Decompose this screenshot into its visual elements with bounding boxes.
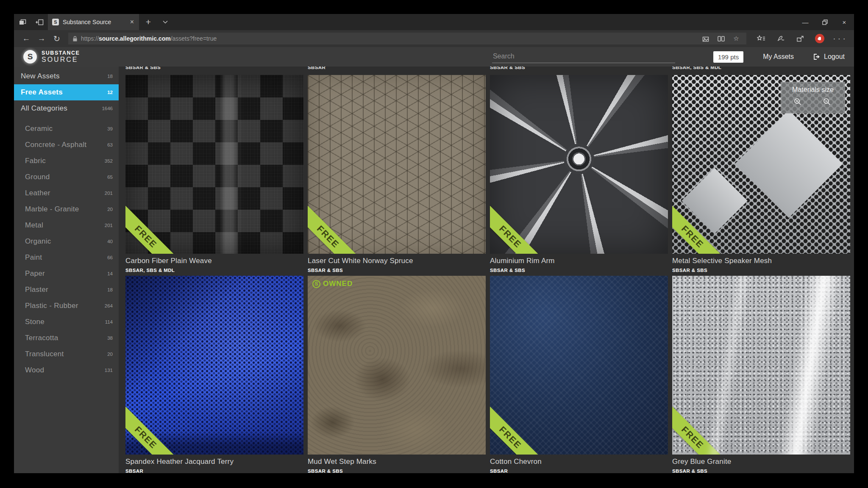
sidebar-item-terracotta[interactable]: Terracotta38: [14, 330, 119, 346]
asset-title[interactable]: Grey Blue Granite: [672, 458, 850, 466]
extension-icon: [702, 36, 709, 42]
add-favorite-button[interactable]: ☆: [730, 35, 742, 42]
ink-notes-button[interactable]: [772, 32, 790, 45]
asset-title[interactable]: Mud Wet Step Marks: [308, 458, 486, 466]
sidebar-item-count: 18: [107, 287, 113, 292]
asset-title[interactable]: Metal Selective Speaker Mesh: [672, 257, 850, 265]
sidebar-item-stone[interactable]: Stone114: [14, 314, 119, 330]
sidebar-item-count: 40: [107, 239, 113, 244]
forward-button[interactable]: →: [35, 32, 48, 45]
asset-thumbnail-cotton-chevron[interactable]: FREE: [490, 276, 668, 455]
asset-tile-metal-selective-speaker-mesh[interactable]: FREEMaterials sizeMetal Selective Speake…: [672, 75, 850, 276]
sidebar-item-label: Terracotta: [21, 334, 107, 342]
asset-thumbnail-carbon-fiber-plain-weave[interactable]: FREE: [125, 75, 303, 254]
sidebar-item-label: Organic: [21, 237, 107, 246]
restore-button[interactable]: [815, 14, 835, 30]
tab-close-icon[interactable]: ×: [129, 18, 135, 26]
settings-menu-button[interactable]: · · ·: [830, 32, 848, 45]
sidebar-item-new-assets[interactable]: New Assets18: [14, 68, 119, 84]
asset-format: SBSAR & SBS: [308, 268, 486, 273]
asset-thumbnail-metal-selective-speaker-mesh[interactable]: FREEMaterials size: [672, 75, 850, 254]
ink-pen-icon: [777, 35, 785, 42]
zoom-out-button[interactable]: [823, 98, 832, 109]
asset-title[interactable]: Laser Cut White Norway Spruce: [308, 257, 486, 265]
asset-caption: Grey Blue GraniteSBSAR & SBS: [672, 455, 850, 473]
clipped-format-line: SBSAR, SBS & MDL: [672, 67, 850, 75]
asset-tile-grey-blue-granite[interactable]: FREEGrey Blue GraniteSBSAR & SBS: [672, 276, 850, 473]
asset-title[interactable]: Carbon Fiber Plain Weave: [125, 257, 303, 265]
minimize-button[interactable]: —: [796, 14, 815, 30]
asset-thumbnail-spandex-heather-jacquard-terry[interactable]: FREE: [125, 276, 303, 455]
site-body: New Assets18Free Assets12All Categories1…: [14, 67, 854, 473]
back-button[interactable]: ←: [20, 32, 33, 45]
zoom-in-icon: [794, 98, 803, 107]
sidebar-item-paper[interactable]: Paper14: [14, 266, 119, 282]
close-button[interactable]: ×: [835, 14, 854, 30]
asset-title[interactable]: Aluminium Rim Arm: [490, 257, 668, 265]
asset-grid-area: SBSAR & SBSSBSARSBSAR & SBSSBSAR, SBS & …: [119, 67, 854, 473]
asset-tile-carbon-fiber-plain-weave[interactable]: FREECarbon Fiber Plain WeaveSBSAR, SBS &…: [125, 75, 303, 276]
asset-tile-cotton-chevron[interactable]: FREECotton ChevronSBSAR: [490, 276, 668, 473]
sidebar-item-count: 20: [107, 207, 113, 212]
sidebar-item-wood[interactable]: Wood131: [14, 362, 119, 378]
my-assets-link[interactable]: My Assets: [763, 53, 794, 61]
asset-title[interactable]: Cotton Chevron: [490, 458, 668, 466]
logout-label: Logout: [824, 53, 845, 61]
sidebar-item-plastic-rubber[interactable]: Plastic - Rubber264: [14, 298, 119, 314]
sidebar-item-count: 12: [107, 90, 113, 95]
materials-size-zoom-controls: [784, 98, 842, 109]
sidebar-item-label: Metal: [21, 221, 105, 230]
sidebar-item-plaster[interactable]: Plaster18: [14, 282, 119, 298]
asset-thumbnail-grey-blue-granite[interactable]: FREE: [672, 276, 850, 455]
sidebar-item-count: 114: [105, 319, 113, 324]
asset-thumbnail-laser-cut-white-norway-spruce[interactable]: FREE: [308, 75, 486, 254]
sidebar-item-ground[interactable]: Ground65: [14, 169, 119, 185]
owned-badge-label: OWNED: [323, 280, 353, 288]
asset-thumbnail-aluminium-rim-arm[interactable]: FREE: [490, 75, 668, 254]
logout-button[interactable]: Logout: [813, 53, 845, 61]
clipped-previous-row: SBSAR & SBSSBSARSBSAR & SBSSBSAR, SBS & …: [125, 67, 854, 75]
sidebar-item-concrete-asphalt[interactable]: Concrete - Asphalt63: [14, 137, 119, 153]
substance-source-logo[interactable]: S SUBSTANCE SOURCE: [23, 50, 80, 64]
browser-tab[interactable]: S Substance Source ×: [48, 14, 139, 30]
free-ribbon: FREE: [672, 202, 728, 254]
sidebar-item-ceramic[interactable]: Ceramic39: [14, 121, 119, 137]
asset-format: SBSAR, SBS & MDL: [125, 268, 303, 273]
asset-tile-aluminium-rim-arm[interactable]: FREEAluminium Rim ArmSBSAR & SBS: [490, 75, 668, 276]
refresh-button[interactable]: ↻: [50, 32, 63, 45]
sidebar-item-fabric[interactable]: Fabric352: [14, 153, 119, 169]
sidebar-item-leather[interactable]: Leather201: [14, 185, 119, 201]
asset-tile-spandex-heather-jacquard-terry[interactable]: FREESpandex Heather Jacquard TerrySBSAR: [125, 276, 303, 473]
sidebar-item-paint[interactable]: Paint66: [14, 250, 119, 266]
asset-caption: Laser Cut White Norway SpruceSBSAR & SBS: [308, 254, 486, 276]
zoom-out-icon: [823, 98, 832, 107]
sidebar-item-metal[interactable]: Metal201: [14, 217, 119, 233]
sidebar-item-free-assets[interactable]: Free Assets12: [14, 84, 119, 100]
tab-preview-icon: [19, 19, 26, 25]
hub-favorites-button[interactable]: [752, 32, 770, 45]
sidebar-item-marble-granite[interactable]: Marble - Granite20: [14, 201, 119, 217]
search-input[interactable]: Search: [492, 51, 675, 63]
content-blocker-button[interactable]: [811, 32, 829, 45]
sidebar-item-organic[interactable]: Organic40: [14, 233, 119, 250]
set-tabs-aside-button[interactable]: [31, 14, 48, 30]
asset-format: SBSAR: [125, 469, 303, 473]
asset-tile-mud-wet-step-marks[interactable]: SOWNEDMud Wet Step MarksSBSAR & SBS: [308, 276, 486, 473]
sidebar-item-label: Ground: [21, 173, 107, 181]
share-button[interactable]: [791, 32, 809, 45]
extension-button[interactable]: [700, 36, 712, 42]
sidebar-item-count: 1646: [102, 106, 113, 111]
tab-list-button[interactable]: [158, 14, 173, 30]
zoom-in-button[interactable]: [794, 98, 803, 109]
tab-preview-button[interactable]: [14, 14, 31, 30]
free-ribbon-label: FREE: [679, 424, 706, 451]
address-bar[interactable]: https://source.allegorithmic.com/assets?…: [68, 33, 746, 44]
sidebar-item-all-categories[interactable]: All Categories1646: [14, 100, 119, 116]
new-tab-button[interactable]: +: [139, 14, 158, 30]
asset-thumbnail-mud-wet-step-marks[interactable]: SOWNED: [308, 276, 486, 455]
asset-tile-laser-cut-white-norway-spruce[interactable]: FREELaser Cut White Norway SpruceSBSAR &…: [308, 75, 486, 276]
reading-view-button[interactable]: [715, 36, 727, 42]
sidebar-item-count: 63: [107, 142, 113, 147]
asset-title[interactable]: Spandex Heather Jacquard Terry: [125, 458, 303, 466]
sidebar-item-translucent[interactable]: Translucent20: [14, 346, 119, 362]
